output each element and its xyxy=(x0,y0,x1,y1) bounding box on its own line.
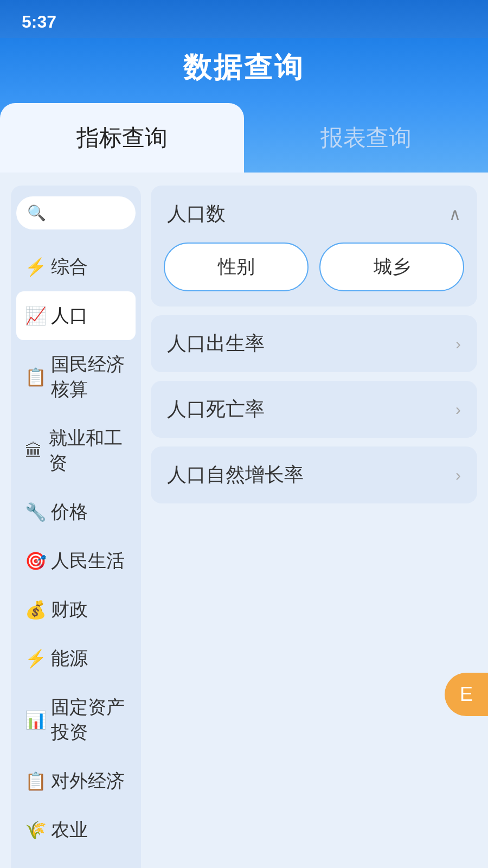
sidebar-item-price[interactable]: 🔧 价格 xyxy=(16,488,136,537)
search-box[interactable]: 🔍 xyxy=(16,196,136,229)
price-icon: 🔧 xyxy=(25,502,44,522)
chevron-up-icon: ∧ xyxy=(449,205,461,224)
float-icon: E xyxy=(460,683,473,706)
tabs-container: 指标查询 报表查询 xyxy=(0,103,488,173)
sidebar-item-national[interactable]: 📋 国民经济核算 xyxy=(16,340,136,414)
employment-icon: 🏛 xyxy=(25,441,42,461)
chevron-right-icon-3: › xyxy=(455,466,461,484)
expanded-section: 人口数 ∧ 性别 城乡 xyxy=(151,186,477,307)
sidebar-item-employment[interactable]: 🏛 就业和工资 xyxy=(16,414,136,488)
main-content: 🔍 ⚡ 综合 📈 人口 📋 国民经济核算 🏛 就业和工资 🔧 价格 🎯 人民生活 xyxy=(0,173,488,868)
status-time: 5:37 xyxy=(22,12,56,32)
expanded-section-title: 人口数 xyxy=(167,201,226,227)
fixed-icon: 📊 xyxy=(25,710,44,730)
header-title: 数据查询 xyxy=(0,49,488,103)
sub-buttons: 性别 城乡 xyxy=(151,242,477,307)
sidebar-item-finance[interactable]: 💰 财政 xyxy=(16,585,136,634)
sidebar-item-population[interactable]: 📈 人口 xyxy=(16,291,136,340)
sidebar-item-fixed[interactable]: 📊 固定资产投资 xyxy=(16,683,136,757)
natural-growth-section[interactable]: 人口自然增长率 › xyxy=(151,446,477,503)
birth-rate-section[interactable]: 人口出生率 › xyxy=(151,315,477,372)
status-bar: 5:37 xyxy=(0,0,488,38)
national-icon: 📋 xyxy=(25,367,44,387)
finance-icon: 💰 xyxy=(25,599,44,620)
birth-rate-title: 人口出生率 xyxy=(167,330,265,357)
population-icon: 📈 xyxy=(25,305,44,326)
sidebar-item-industry[interactable]: 🏭 工业 xyxy=(16,854,136,868)
death-rate-title: 人口死亡率 xyxy=(167,396,265,423)
chevron-right-icon-2: › xyxy=(455,400,461,419)
tab-index[interactable]: 指标查询 xyxy=(0,103,244,173)
sidebar-item-agriculture[interactable]: 🌾 农业 xyxy=(16,806,136,854)
sidebar-item-foreign[interactable]: 📋 对外经济 xyxy=(16,757,136,806)
search-icon: 🔍 xyxy=(27,204,46,222)
float-button[interactable]: E xyxy=(445,673,488,716)
foreign-icon: 📋 xyxy=(25,771,44,792)
comprehensive-icon: ⚡ xyxy=(25,257,44,277)
chevron-right-icon-1: › xyxy=(455,335,461,353)
agriculture-icon: 🌾 xyxy=(25,820,44,840)
natural-growth-title: 人口自然增长率 xyxy=(167,462,304,488)
urban-button[interactable]: 城乡 xyxy=(319,242,464,291)
expanded-section-header[interactable]: 人口数 ∧ xyxy=(151,186,477,242)
sidebar-item-energy[interactable]: ⚡ 能源 xyxy=(16,634,136,683)
right-panel: 人口数 ∧ 性别 城乡 人口出生率 › 人口死亡率 › 人口自然增长率 xyxy=(151,186,477,868)
header: 数据查询 xyxy=(0,38,488,103)
gender-button[interactable]: 性别 xyxy=(164,242,309,291)
sidebar-item-comprehensive[interactable]: ⚡ 综合 xyxy=(16,242,136,291)
sidebar-item-life[interactable]: 🎯 人民生活 xyxy=(16,537,136,585)
sidebar: 🔍 ⚡ 综合 📈 人口 📋 国民经济核算 🏛 就业和工资 🔧 价格 🎯 人民生活 xyxy=(11,186,141,868)
death-rate-section[interactable]: 人口死亡率 › xyxy=(151,381,477,438)
tab-report[interactable]: 报表查询 xyxy=(244,103,488,173)
energy-icon: ⚡ xyxy=(25,648,44,669)
life-icon: 🎯 xyxy=(25,551,44,571)
search-input[interactable] xyxy=(52,206,125,221)
